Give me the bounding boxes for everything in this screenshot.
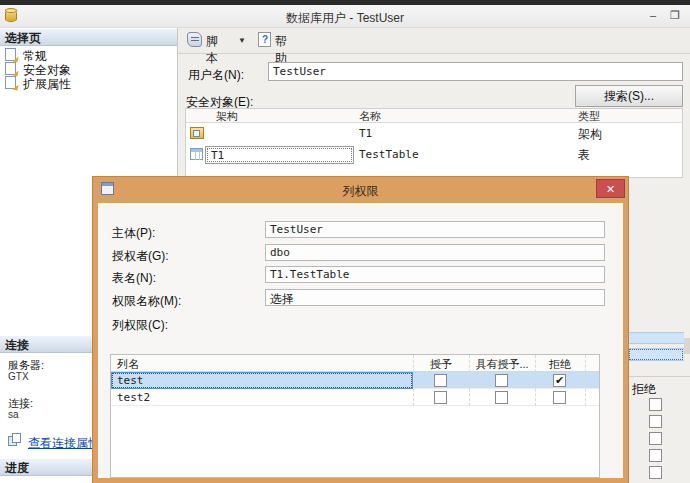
table-icon bbox=[190, 148, 203, 160]
page-icon bbox=[5, 62, 16, 75]
background-deny-header: 拒绝 bbox=[632, 381, 656, 398]
page-icon bbox=[5, 48, 16, 61]
background-checkbox[interactable] bbox=[649, 415, 662, 428]
grant-checkbox[interactable] bbox=[434, 374, 447, 387]
permission-row-test[interactable]: test bbox=[111, 372, 599, 389]
background-selected-row bbox=[628, 332, 684, 344]
table-name-label: 表名(N): bbox=[112, 270, 156, 287]
deny-checkbox[interactable] bbox=[553, 391, 566, 404]
search-button[interactable]: 搜索(S)... bbox=[575, 85, 683, 107]
permission-grid-header: 列名 授予 具有授予... 拒绝 bbox=[111, 355, 599, 372]
screen: 数据库用户 - TestUser – ❐ 选择页 常规 安全对象 扩展属性 连接… bbox=[0, 0, 690, 483]
background-grid-edge bbox=[628, 376, 690, 377]
view-connection-properties-link[interactable]: 查看连接属性 bbox=[28, 435, 100, 452]
connection-value: sa bbox=[8, 409, 19, 420]
script-icon bbox=[187, 32, 202, 47]
deny-checkbox[interactable] bbox=[553, 374, 566, 387]
column-permissions-dialog: 列权限 ✕ 主体(P): TestUser 授权者(G): dbo 表名(N):… bbox=[93, 177, 628, 483]
securable-row-table[interactable]: T1 TestTable 表 bbox=[186, 144, 682, 165]
with-grant-checkbox[interactable] bbox=[495, 391, 508, 404]
help-icon bbox=[258, 32, 271, 47]
username-label: 用户名(N): bbox=[188, 67, 244, 84]
principal-label: 主体(P): bbox=[112, 225, 155, 242]
col-type: 类型 bbox=[578, 109, 600, 124]
table-name-field[interactable]: T1.TestTable bbox=[265, 266, 605, 283]
background-checkbox[interactable] bbox=[649, 449, 662, 462]
permission-name-label: 权限名称(M): bbox=[112, 293, 181, 310]
server-value: GTX bbox=[8, 371, 29, 382]
dialog-titlebar[interactable]: 列权限 ✕ bbox=[93, 177, 628, 203]
securables-grid-header: 架构 名称 类型 bbox=[186, 109, 682, 123]
column-permissions-label: 列权限(C): bbox=[112, 317, 168, 334]
focused-cell bbox=[111, 372, 413, 389]
grant-checkbox[interactable] bbox=[434, 391, 447, 404]
principal-field[interactable]: TestUser bbox=[265, 221, 605, 238]
background-checkbox[interactable] bbox=[649, 432, 662, 445]
background-checkbox[interactable] bbox=[649, 398, 662, 411]
grid-divider bbox=[535, 355, 536, 406]
permission-row-test2[interactable]: test2 bbox=[111, 389, 599, 406]
username-input[interactable]: TestUser bbox=[268, 62, 683, 81]
background-focused-row bbox=[628, 348, 684, 361]
dialog-body: 主体(P): TestUser 授权者(G): dbo 表名(N): T1.Te… bbox=[98, 203, 623, 478]
col-column-name: 列名 bbox=[117, 357, 139, 372]
col-with-grant: 具有授予... bbox=[469, 357, 535, 372]
grantor-field[interactable]: dbo bbox=[265, 244, 605, 261]
permission-grid[interactable]: 列名 授予 具有授予... 拒绝 test test2 bbox=[110, 354, 600, 478]
schema-cell[interactable]: T1 bbox=[205, 146, 354, 164]
with-grant-checkbox[interactable] bbox=[495, 374, 508, 387]
background-checkbox[interactable] bbox=[649, 466, 662, 479]
securable-row-schema[interactable]: T1 架构 bbox=[186, 123, 682, 144]
col-deny: 拒绝 bbox=[535, 357, 585, 372]
select-page-header: 选择页 bbox=[0, 29, 177, 46]
grid-divider bbox=[585, 355, 586, 406]
grid-divider bbox=[413, 355, 414, 406]
col-grant: 授予 bbox=[413, 357, 469, 372]
minimize-button[interactable]: – bbox=[644, 8, 662, 23]
toolbar bbox=[178, 28, 690, 54]
dialog-title: 列权限 bbox=[93, 183, 628, 200]
grid-divider bbox=[469, 355, 470, 406]
connection-properties-icon bbox=[8, 433, 22, 447]
schema-icon bbox=[190, 127, 204, 139]
page-icon bbox=[5, 76, 16, 89]
grantor-label: 授权者(G): bbox=[112, 248, 169, 265]
chevron-down-icon: ▼ bbox=[238, 36, 246, 45]
maximize-button[interactable]: ❐ bbox=[666, 8, 684, 23]
close-icon[interactable]: ✕ bbox=[596, 179, 625, 198]
background-scrollbar[interactable] bbox=[684, 338, 690, 354]
col-schema: 架构 bbox=[216, 109, 238, 124]
col-name: 名称 bbox=[359, 109, 381, 124]
window-title: 数据库用户 - TestUser bbox=[0, 10, 690, 27]
securables-grid[interactable]: 架构 名称 类型 T1 架构 T1 TestTable 表 bbox=[185, 108, 683, 178]
permission-name-field[interactable]: 选择 bbox=[265, 289, 605, 306]
